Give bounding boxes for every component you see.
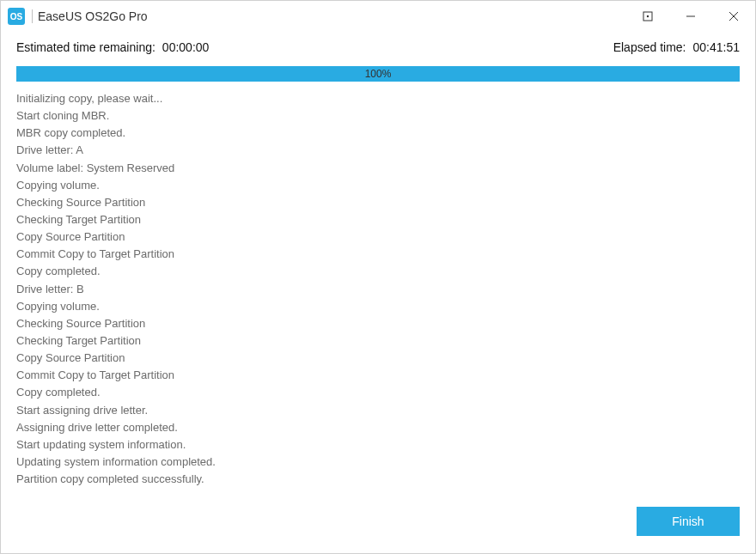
log-line: Checking Source Partition (16, 194, 736, 211)
log-line: Commit Copy to Target Partition (16, 246, 736, 263)
title-bar: OS EaseUS OS2Go Pro (1, 1, 755, 32)
log-line: Start updating system information. (16, 436, 736, 454)
finish-button[interactable]: Finish (637, 507, 740, 536)
log-line: Assigning drive letter completed. (16, 419, 736, 436)
log-line: Copy completed. (16, 263, 736, 280)
log-line: Partition copy completed successfully. (16, 471, 736, 488)
title-divider (32, 9, 33, 23)
log-line: Updating system information completed. (16, 454, 736, 471)
progress-percent-label: 100% (16, 66, 740, 82)
app-title: EaseUS OS2Go Pro (38, 9, 148, 23)
log-line: Copy Source Partition (16, 350, 736, 367)
app-logo-icon: OS (8, 8, 25, 25)
log-line: Checking Source Partition (16, 315, 736, 332)
log-line: Copying volume. (16, 298, 736, 315)
timing-row: Estimated time remaining: 00:00:00 Elaps… (1, 32, 755, 61)
elapsed-time-label: Elapsed time: (613, 40, 686, 54)
log-line: Drive letter: B (16, 281, 736, 298)
log-line: Commit Copy to Target Partition (16, 367, 736, 384)
log-line: Drive letter: A (16, 142, 736, 159)
log-line: Start assigning drive letter. (16, 402, 736, 419)
log-line: MBR copy completed. (16, 125, 736, 142)
close-button[interactable] (712, 1, 755, 32)
log-line: Checking Target Partition (16, 332, 736, 350)
log-line: Volume label: System Reserved (16, 160, 736, 177)
progress-bar: 100% (16, 66, 740, 82)
log-line: Start cloning MBR. (16, 107, 736, 125)
minimize-button[interactable] (669, 1, 712, 32)
estimated-time-label: Estimated time remaining: (16, 40, 155, 54)
log-panel: Initializing copy, please wait...Start c… (16, 90, 745, 502)
elapsed-time-value: 00:41:51 (693, 40, 741, 54)
log-line: Initializing copy, please wait... (16, 90, 736, 107)
log-line: Copy completed. (16, 384, 736, 401)
log-list[interactable]: Initializing copy, please wait...Start c… (16, 90, 745, 502)
log-line: Checking Target Partition (16, 211, 736, 228)
fullscreen-icon[interactable] (626, 1, 669, 32)
svg-point-1 (647, 15, 649, 17)
estimated-time-value: 00:00:00 (162, 40, 210, 54)
log-line: Copying volume. (16, 177, 736, 194)
log-line: Copy Source Partition (16, 228, 736, 246)
progress-wrap: 100% (1, 61, 755, 90)
footer: Finish (1, 502, 755, 553)
